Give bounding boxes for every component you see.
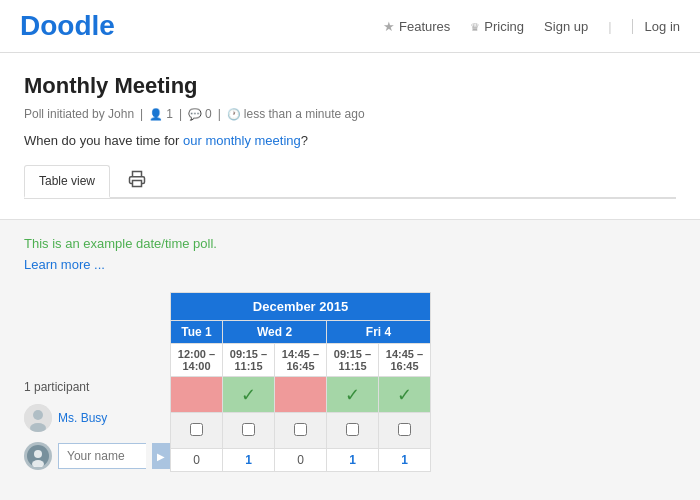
checkbox-cell-0 [171,413,223,449]
checkbox-cell-1 [223,413,275,449]
checkbox-2[interactable] [294,423,307,436]
participant-availability-row: ✓ ✓ ✓ [171,377,431,413]
svg-point-2 [33,410,43,420]
count-4: 1 [379,449,431,472]
comment-icon [188,108,202,121]
learn-more-link[interactable]: Learn more ... [24,257,676,272]
count-row: 0 1 0 1 1 [171,449,431,472]
checkbox-cell-4 [379,413,431,449]
checkbox-cell-3 [327,413,379,449]
initiated-by: Poll initiated by John [24,107,134,121]
cell-3: ✓ [327,377,379,413]
check-mark-4: ✓ [397,385,412,405]
person-icon [149,108,163,121]
time-ago: less than a minute ago [227,107,365,121]
name-input-row: ▶ [24,438,170,474]
checkbox-cell-2 [275,413,327,449]
count-0: 0 [171,449,223,472]
user-avatar-icon [24,442,52,470]
meta-separator1: | [140,107,143,121]
star-icon-glyph [383,19,395,34]
question-highlight: our monthly meeting [183,133,301,148]
pricing-link[interactable]: Pricing [484,19,524,34]
time-4: 09:15 –11:15 [327,344,379,377]
poll-meta: Poll initiated by John | 1 | 0 | less th… [24,107,676,121]
nav-divider: | [608,19,611,34]
checkbox-0[interactable] [190,423,203,436]
login-link[interactable]: Log in [632,19,680,34]
time-1: 12:00 –14:00 [171,344,223,377]
tab-table-view[interactable]: Table view [24,165,110,198]
count-1: 1 [223,449,275,472]
time-5: 14:45 –16:45 [379,344,431,377]
cell-0 [171,377,223,413]
time-2: 09:15 –11:15 [223,344,275,377]
checkbox-3[interactable] [346,423,359,436]
meta-separator3: | [218,107,221,121]
month-header: December 2015 [171,293,431,321]
header: Doodle Features Pricing Sign up | Log in [0,0,700,53]
check-mark-3: ✓ [345,385,360,405]
features-link[interactable]: Features [399,19,450,34]
logo: Doodle [20,10,115,42]
time-3: 14:45 –16:45 [275,344,327,377]
crown-icon [470,19,480,34]
poll-question: When do you have time for our monthly me… [24,133,676,148]
star-icon: Features [383,19,450,34]
checkbox-1[interactable] [242,423,255,436]
poll-table-container: December 2015 Tue 1 Wed 2 Fri 4 12:00 –1… [170,292,431,472]
poll-info-section: Monthly Meeting Poll initiated by John |… [0,53,700,220]
poll-table-wrap: 1 participant Ms. Busy [24,292,676,474]
day-tue1: Tue 1 [171,321,223,344]
svg-point-5 [34,450,42,458]
signup-link[interactable]: Sign up [544,19,588,34]
participant-count-label: 1 participant [24,374,170,400]
count-2: 0 [275,449,327,472]
print-icon[interactable] [118,164,156,197]
participant-name: Ms. Busy [58,411,107,425]
cell-2 [275,377,327,413]
tabs-bar: Table view [24,164,676,199]
your-name-input[interactable] [58,443,146,469]
count-3: 1 [327,449,379,472]
poll-title: Monthly Meeting [24,73,676,99]
cell-1: ✓ [223,377,275,413]
clock-icon [227,108,241,121]
day-wed2: Wed 2 [223,321,327,344]
participant-row: Ms. Busy [24,400,170,436]
comment-count: 0 [188,107,212,121]
day-fri4: Fri 4 [327,321,431,344]
input-row [171,413,431,449]
example-text: This is an example date/time poll. [24,236,676,251]
footer-buttons: Cannot make it Save [0,494,700,500]
label-column: 1 participant Ms. Busy [24,292,170,474]
avatar [24,404,52,432]
name-input-arrow[interactable]: ▶ [152,443,170,469]
content-area: This is an example date/time poll. Learn… [0,220,700,494]
checkbox-4[interactable] [398,423,411,436]
cell-4: ✓ [379,377,431,413]
pricing-nav-item[interactable]: Pricing [470,19,524,34]
participant-count: 1 [149,107,173,121]
nav: Features Pricing Sign up | Log in [383,19,680,34]
check-mark-1: ✓ [241,385,256,405]
meta-separator2: | [179,107,182,121]
poll-table: December 2015 Tue 1 Wed 2 Fri 4 12:00 –1… [170,292,431,472]
svg-rect-0 [133,181,142,187]
